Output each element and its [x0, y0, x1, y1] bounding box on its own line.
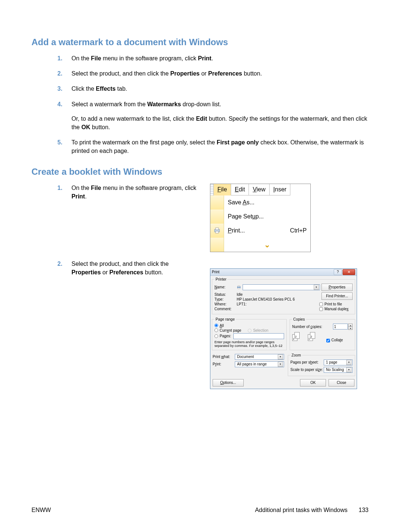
steps-booklet-2: 2.Select the product, and then click the…: [31, 260, 198, 277]
menu-tab-view[interactable]: View: [249, 184, 269, 195]
page-number: 133: [359, 507, 369, 513]
chevron-down-icon: ▾: [278, 362, 283, 367]
blank-icon: [210, 210, 224, 224]
close-icon[interactable]: ✕: [343, 269, 355, 275]
selection-radio: [248, 329, 251, 332]
type-value: HP LaserJet CM1410 Series PCL 6: [237, 297, 295, 301]
print-label: Print:: [213, 362, 235, 366]
spinner-up[interactable]: ▴: [348, 324, 353, 327]
svg-rect-4: [238, 285, 240, 287]
current-page-label: Current page: [220, 328, 241, 332]
svg-rect-5: [238, 288, 240, 289]
menu-item-page-setup-[interactable]: Page Setup...: [210, 210, 310, 224]
zoom-group: Zoom Pages per sheet: 1 page ▾ Scale to …: [288, 353, 355, 376]
menu-item-print-[interactable]: Print...Ctrl+P: [210, 224, 310, 238]
properties-button[interactable]: Properties: [321, 284, 353, 291]
svg-rect-1: [216, 228, 219, 230]
printer-icon: [237, 285, 241, 290]
type-label: Type:: [214, 297, 237, 301]
svg-rect-2: [216, 231, 219, 233]
heading-watermark: Add a watermark to a document with Windo…: [31, 37, 369, 47]
print-to-file-label: Print to file: [324, 302, 342, 306]
chevron-down-icon: ▾: [346, 360, 351, 365]
steps-booklet-1: 1.On the File menu in the software progr…: [31, 184, 198, 201]
step: 5.To print the watermark on the first pa…: [31, 138, 369, 155]
step: 2.Select the product, and then click the…: [31, 260, 198, 277]
all-radio[interactable]: [214, 324, 218, 327]
page-footer: ENWW Additional print tasks with Windows…: [31, 507, 369, 513]
print-what-label: Print what:: [213, 355, 235, 359]
file-menu-screenshot: FileEditViewInser Save As...Page Setup..…: [210, 184, 311, 252]
chevron-down-icon: ▾: [278, 354, 283, 359]
spinner-down[interactable]: ▾: [348, 327, 353, 330]
chevron-down-icon: ▾: [346, 367, 351, 372]
printer-name-label: Name:: [214, 285, 237, 289]
selection-label: Selection: [253, 328, 268, 332]
num-copies-input[interactable]: [333, 324, 348, 329]
copies-legend: Copies: [292, 317, 306, 321]
pages-label: Pages:: [220, 334, 231, 338]
step: 1.On the File menu in the software progr…: [31, 54, 369, 63]
step: 4.Select a watermark from the Watermarks…: [31, 100, 369, 132]
page-range-group: Page range All Current page Selection Pa…: [212, 317, 287, 350]
collate-icon: 1 2: [292, 332, 308, 342]
where-value: LPT1:: [237, 302, 247, 306]
where-label: Where:: [214, 302, 237, 306]
print-dialog-screenshot: Print ? ✕ Printer Name: ▾: [210, 268, 357, 389]
all-label: All: [220, 324, 224, 328]
pps-select[interactable]: 1 page ▾: [324, 359, 353, 365]
comment-label: Comment:: [214, 307, 237, 311]
footer-right-text: Additional print tasks with Windows: [255, 507, 347, 513]
pages-input[interactable]: [233, 333, 284, 339]
num-copies-label: Number of copies:: [292, 325, 322, 329]
pps-label: Pages per sheet:: [290, 360, 324, 364]
print-to-file-checkbox[interactable]: [319, 302, 323, 306]
pages-radio[interactable]: [214, 334, 218, 338]
current-page-radio[interactable]: [214, 328, 218, 332]
printer-name-select[interactable]: ▾: [243, 284, 320, 290]
step: 1.On the File menu in the software progr…: [31, 184, 198, 201]
print-what-select[interactable]: Document ▾: [235, 354, 284, 360]
collate-label: Collate: [331, 338, 343, 342]
printer-group: Printer Name: ▾ Properties Status:I: [212, 277, 355, 314]
scale-label: Scale to paper size:: [290, 368, 324, 372]
printer-icon: [210, 224, 224, 238]
footer-left: ENWW: [31, 507, 51, 513]
collate-icon-2: 1 2: [308, 332, 323, 342]
help-button[interactable]: ?: [334, 269, 342, 275]
menu-expand[interactable]: ⌄: [210, 238, 310, 252]
ok-button[interactable]: OK: [300, 379, 326, 387]
close-button[interactable]: Close: [329, 379, 354, 387]
manual-duplex-label: Manual duplex: [324, 307, 349, 311]
step: 3.Click the Effects tab.: [31, 84, 369, 93]
blank-icon: [210, 195, 224, 210]
menu-tab-inser[interactable]: Inser: [270, 184, 291, 195]
status-label: Status:: [214, 292, 237, 297]
menu-tab-edit[interactable]: Edit: [231, 184, 249, 195]
print-select[interactable]: All pages in range ▾: [235, 361, 284, 367]
copies-group: Copies Number of copies: ▴ ▾: [290, 317, 355, 350]
printer-legend: Printer: [214, 277, 227, 281]
step: 2.Select the product, and then click the…: [31, 69, 369, 78]
menu-tab-file[interactable]: File: [214, 184, 231, 195]
chevron-down-icon: ▾: [314, 285, 319, 290]
find-printer-button[interactable]: Find Printer...: [321, 292, 353, 300]
scale-select[interactable]: No Scaling ▾: [324, 367, 353, 373]
menu-item-save-as-[interactable]: Save As...: [210, 195, 310, 210]
status-value: Idle: [237, 292, 243, 297]
collate-checkbox[interactable]: [326, 339, 330, 342]
print-dialog-title: Print: [212, 270, 220, 274]
page-range-legend: Page range: [214, 317, 236, 321]
options-button[interactable]: Options...: [213, 379, 244, 387]
steps-watermark: 1.On the File menu in the software progr…: [31, 54, 369, 155]
page-range-hint: Enter page numbers and/or page ranges se…: [214, 340, 284, 348]
heading-booklet: Create a booklet with Windows: [31, 167, 369, 177]
zoom-legend: Zoom: [290, 353, 302, 357]
blank-icon: [210, 238, 224, 252]
manual-duplex-checkbox[interactable]: [319, 307, 323, 311]
chevron-down-icon: ⌄: [264, 240, 270, 249]
